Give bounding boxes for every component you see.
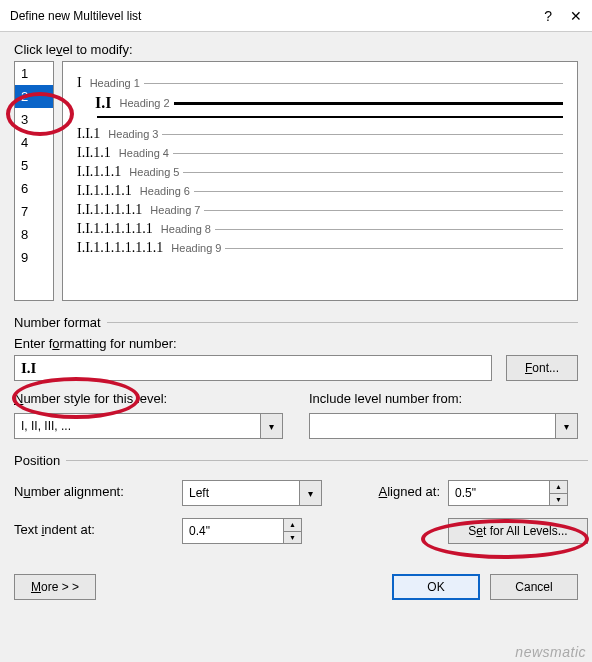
click-level-label: Click level to modify: — [14, 42, 578, 57]
preview-row: I.I.1.1.1.1.1Heading 7 — [77, 202, 563, 218]
chevron-down-icon: ▾ — [555, 414, 577, 438]
chevron-down-icon: ▾ — [260, 414, 282, 438]
preview-row: I.IHeading 2 — [95, 94, 563, 112]
dialog-title: Define new Multilevel list — [10, 9, 141, 23]
font-button[interactable]: Font... — [506, 355, 578, 381]
text-indent-label: Text indent at: — [14, 522, 174, 537]
level-item[interactable]: 8 — [15, 223, 53, 246]
set-all-levels-button[interactable]: Set for All Levels... — [448, 518, 588, 544]
aligned-at-spinner[interactable]: ▲ ▼ — [448, 480, 568, 506]
preview-row: IHeading 1 — [77, 75, 563, 91]
list-preview: IHeading 1I.IHeading 2I.I.1Heading 3I.I.… — [62, 61, 578, 301]
cancel-button[interactable]: Cancel — [490, 574, 578, 600]
number-alignment-label: Number alignment: — [14, 484, 174, 499]
spin-up-icon[interactable]: ▲ — [284, 519, 301, 532]
preview-row: I.I.1.1.1.1Heading 6 — [77, 183, 563, 199]
preview-row: I.I.1.1Heading 4 — [77, 145, 563, 161]
help-icon[interactable]: ? — [544, 8, 552, 24]
preview-row: I.I.1Heading 3 — [77, 126, 563, 142]
text-indent-spinner[interactable]: ▲ ▼ — [182, 518, 302, 544]
spin-down-icon[interactable]: ▼ — [550, 494, 567, 506]
more-button[interactable]: More > > — [14, 574, 96, 600]
level-item[interactable]: 1 — [15, 62, 53, 85]
preview-row: I.I.1.1.1Heading 5 — [77, 164, 563, 180]
spin-down-icon[interactable]: ▼ — [284, 532, 301, 544]
text-indent-input[interactable] — [183, 519, 283, 543]
enter-formatting-label: Enter formatting for number: — [14, 336, 578, 351]
preview-row: I.I.1.1.1.1.1.1Heading 8 — [77, 221, 563, 237]
number-style-label: Number style for this level: — [14, 391, 283, 406]
include-level-label: Include level number from: — [309, 391, 578, 406]
watermark: newsmatic — [515, 644, 586, 660]
number-style-combo[interactable]: I, II, III, ... ▾ — [14, 413, 283, 439]
level-item[interactable]: 2 — [15, 85, 53, 108]
aligned-at-input[interactable] — [449, 481, 549, 505]
aligned-at-label: Aligned at: — [330, 484, 440, 499]
close-icon[interactable]: ✕ — [570, 8, 582, 24]
number-format-input[interactable] — [14, 355, 492, 381]
level-item[interactable]: 5 — [15, 154, 53, 177]
chevron-down-icon: ▾ — [299, 481, 321, 505]
spin-up-icon[interactable]: ▲ — [550, 481, 567, 494]
preview-row: I.I.1.1.1.1.1.1.1Heading 9 — [77, 240, 563, 256]
level-item[interactable]: 6 — [15, 177, 53, 200]
level-item[interactable]: 4 — [15, 131, 53, 154]
level-item[interactable]: 3 — [15, 108, 53, 131]
number-format-group: Number format — [12, 315, 107, 330]
level-item[interactable]: 7 — [15, 200, 53, 223]
level-list[interactable]: 123456789 — [14, 61, 54, 301]
number-alignment-combo[interactable]: Left ▾ — [182, 480, 322, 506]
ok-button[interactable]: OK — [392, 574, 480, 600]
level-item[interactable]: 9 — [15, 246, 53, 269]
include-level-combo[interactable]: ▾ — [309, 413, 578, 439]
position-group: Position — [12, 453, 66, 468]
